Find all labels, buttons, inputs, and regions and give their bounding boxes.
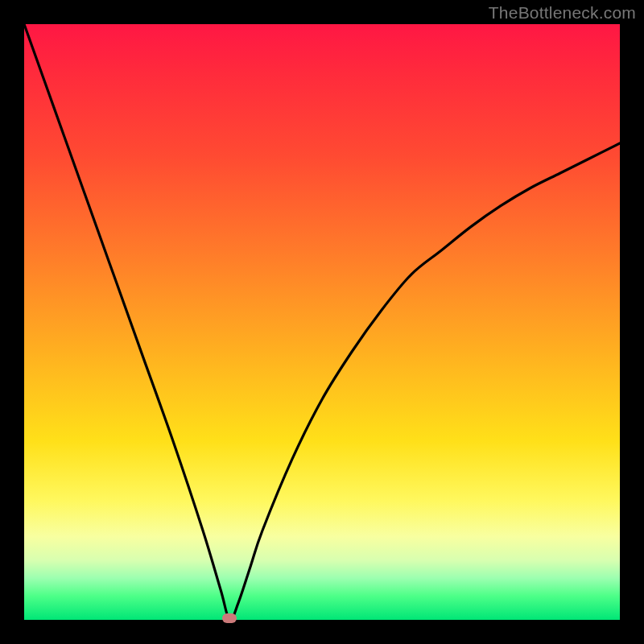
minimum-marker (222, 613, 237, 623)
chart-container: TheBottleneck.com (0, 0, 644, 644)
watermark-text: TheBottleneck.com (489, 3, 636, 23)
bottleneck-curve (24, 24, 620, 620)
